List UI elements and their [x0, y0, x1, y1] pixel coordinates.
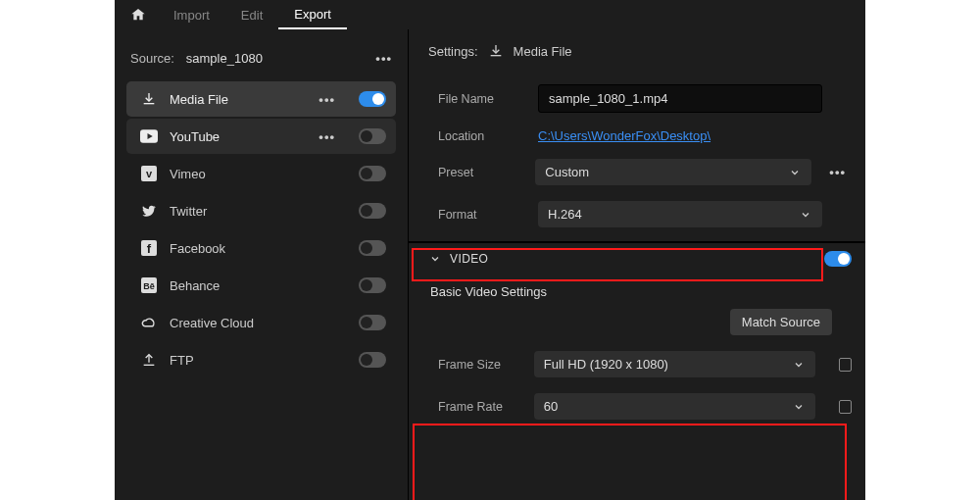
- destination-toggle[interactable]: [359, 203, 386, 219]
- video-section-toggle[interactable]: [824, 251, 852, 267]
- frame-size-label: Frame Size: [428, 358, 522, 372]
- destinations-list: Media File ••• YouTube ••• v Vi: [126, 81, 396, 377]
- chevron-down-icon: [792, 400, 806, 414]
- destination-toggle[interactable]: [359, 91, 386, 107]
- destination-creative-cloud[interactable]: Creative Cloud •••: [126, 305, 396, 340]
- source-label: Source:: [130, 51, 174, 66]
- destination-twitter[interactable]: Twitter •••: [126, 193, 396, 228]
- media-file-icon: [488, 43, 504, 59]
- destination-behance[interactable]: Bē Behance •••: [126, 268, 396, 303]
- frame-rate-select[interactable]: 60: [534, 393, 815, 420]
- preset-more-button[interactable]: •••: [823, 165, 852, 179]
- chevron-down-icon: [788, 166, 802, 179]
- preset-select[interactable]: Custom: [535, 159, 811, 185]
- destination-ftp[interactable]: FTP •••: [126, 342, 396, 377]
- settings-header: Settings: Media File: [428, 43, 852, 76]
- match-source-row: Match Source: [428, 303, 852, 343]
- youtube-icon: [140, 127, 158, 145]
- filename-label: File Name: [428, 92, 526, 106]
- destination-youtube[interactable]: YouTube •••: [126, 119, 396, 154]
- destination-media-file[interactable]: Media File •••: [126, 81, 396, 117]
- match-source-button[interactable]: Match Source: [730, 309, 832, 335]
- destination-facebook[interactable]: f Facebook •••: [126, 230, 396, 266]
- basic-video-settings-heading: Basic Video Settings: [428, 267, 852, 303]
- tab-export[interactable]: Export: [278, 0, 347, 29]
- destination-toggle[interactable]: [359, 315, 386, 330]
- frame-size-select[interactable]: Full HD (1920 x 1080): [534, 351, 815, 377]
- preset-value: Custom: [545, 165, 589, 179]
- video-section-title: VIDEO: [450, 252, 488, 266]
- destination-toggle[interactable]: [359, 128, 386, 144]
- vimeo-icon: v: [140, 165, 158, 182]
- settings-label: Settings:: [428, 44, 478, 59]
- destination-more-button[interactable]: •••: [318, 92, 339, 107]
- frame-rate-lock-checkbox[interactable]: [839, 400, 852, 414]
- tab-edit[interactable]: Edit: [225, 0, 278, 29]
- behance-icon: Bē: [140, 276, 158, 294]
- filename-row: File Name sample_1080_1.mp4: [428, 76, 852, 121]
- format-value: H.264: [548, 207, 582, 222]
- home-button[interactable]: [119, 0, 158, 29]
- source-row: Source: sample_1080 •••: [126, 45, 396, 81]
- destination-label: Facebook: [170, 241, 225, 256]
- twitter-icon: [140, 202, 158, 220]
- source-more-button[interactable]: •••: [375, 51, 392, 66]
- video-section-header[interactable]: VIDEO: [428, 251, 852, 267]
- top-tabbar: Import Edit Export: [115, 0, 865, 29]
- destination-toggle[interactable]: [359, 352, 386, 368]
- format-row: Format H.264: [428, 193, 852, 235]
- frame-rate-value: 60: [544, 399, 558, 414]
- section-separator: [409, 241, 865, 243]
- media-file-icon: [140, 90, 158, 108]
- filename-input[interactable]: sample_1080_1.mp4: [538, 84, 822, 113]
- settings-destination-name: Media File: [514, 44, 572, 59]
- svg-text:Bē: Bē: [143, 281, 155, 291]
- frame-size-value: Full HD (1920 x 1080): [544, 357, 668, 372]
- chevron-down-icon: [428, 252, 442, 266]
- destination-label: Twitter: [170, 204, 207, 219]
- location-label: Location: [428, 129, 526, 143]
- export-left-panel: Source: sample_1080 ••• Media File •••: [115, 29, 409, 500]
- destination-toggle[interactable]: [359, 277, 386, 293]
- preset-label: Preset: [428, 166, 523, 179]
- destination-toggle[interactable]: [359, 166, 386, 181]
- chevron-down-icon: [799, 208, 812, 222]
- main-area: Source: sample_1080 ••• Media File •••: [115, 29, 865, 500]
- format-select[interactable]: H.264: [538, 201, 822, 227]
- destination-label: Creative Cloud: [170, 316, 254, 330]
- preset-row: Preset Custom •••: [428, 151, 852, 193]
- destination-label: Behance: [170, 278, 220, 293]
- destination-label: Media File: [170, 92, 228, 107]
- destination-vimeo[interactable]: v Vimeo •••: [126, 156, 396, 191]
- location-link[interactable]: C:\Users\WonderFox\Desktop\: [538, 128, 710, 143]
- svg-text:v: v: [146, 168, 153, 179]
- export-app-window: Import Edit Export Source: sample_1080 •…: [115, 0, 865, 500]
- destination-label: YouTube: [170, 129, 220, 144]
- chevron-down-icon: [792, 358, 806, 372]
- destination-label: FTP: [170, 353, 194, 368]
- ftp-upload-icon: [140, 351, 158, 369]
- frame-size-lock-checkbox[interactable]: [839, 358, 852, 372]
- frame-rate-label: Frame Rate: [428, 400, 522, 414]
- home-icon: [130, 7, 146, 23]
- tab-import[interactable]: Import: [158, 0, 225, 29]
- frame-size-row: Frame Size Full HD (1920 x 1080): [428, 343, 852, 385]
- destination-label: Vimeo: [170, 167, 206, 181]
- format-label: Format: [428, 208, 526, 222]
- facebook-icon: f: [140, 239, 158, 257]
- frame-rate-row: Frame Rate 60: [428, 385, 852, 427]
- svg-text:f: f: [147, 241, 152, 256]
- destination-toggle[interactable]: [359, 240, 386, 256]
- source-value: sample_1080: [186, 51, 263, 66]
- export-settings-panel: Settings: Media File File Name sample_10…: [409, 29, 865, 500]
- location-row: Location C:\Users\WonderFox\Desktop\: [428, 121, 852, 151]
- video-settings-highlight-annotation: [413, 424, 847, 500]
- destination-more-button[interactable]: •••: [318, 129, 339, 144]
- creative-cloud-icon: [140, 314, 158, 331]
